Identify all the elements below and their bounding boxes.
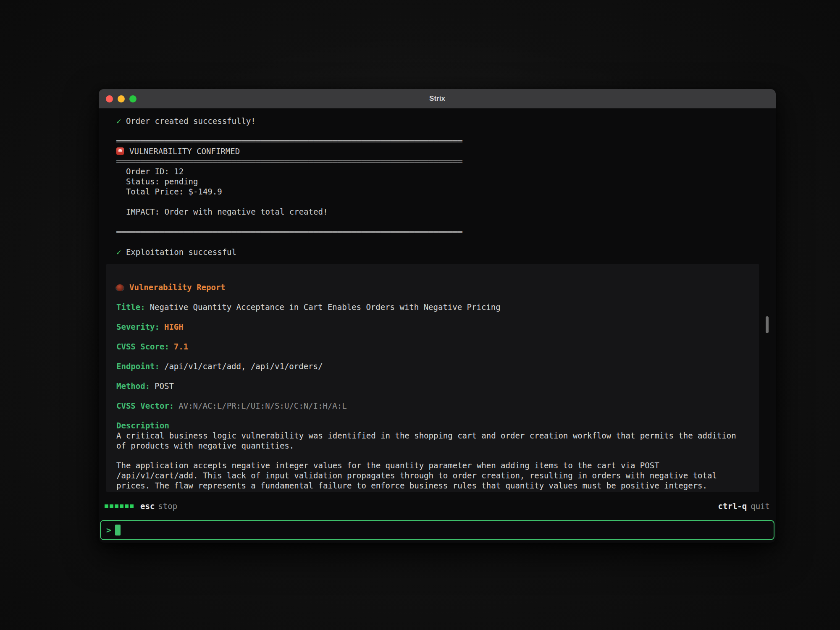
siren-icon: [116, 147, 124, 155]
command-input-area: >: [99, 520, 776, 543]
statusbar: esc stop ctrl-q quit: [99, 492, 776, 520]
blank-line: [106, 217, 765, 227]
vuln-confirmed-text: VULNERABILITY CONFIRMED: [129, 147, 240, 156]
report-row-cvss-score: CVSS Score:7.1: [116, 341, 746, 352]
log-total-price: Total Price: $-149.9: [106, 186, 765, 197]
blank-line: [106, 237, 765, 247]
minimize-button[interactable]: [118, 95, 125, 102]
report-row-severity: Severity:HIGH: [116, 322, 746, 332]
divider-line: ════════════════════════════════════════…: [106, 136, 765, 146]
blank-line: [106, 126, 765, 136]
title-value: Negative Quantity Acceptance in Cart Ena…: [150, 302, 501, 312]
log-exploitation-text: Exploitation successful: [121, 247, 236, 257]
vulnerability-report-panel: Vulnerability Report Title:Negative Quan…: [106, 264, 759, 492]
statusbar-left: esc stop: [105, 501, 177, 511]
window-title: Strix: [99, 89, 776, 108]
severity-value: HIGH: [164, 322, 184, 331]
endpoint-value: /api/v1/cart/add, /api/v1/orders/: [164, 362, 323, 371]
method-value: POST: [155, 381, 174, 391]
log-impact: IMPACT: Order with negative total create…: [106, 207, 765, 217]
zoom-button[interactable]: [129, 95, 136, 102]
report-row-endpoint: Endpoint:/api/v1/cart/add, /api/v1/order…: [116, 361, 746, 371]
cvss-score-label: CVSS Score:: [116, 342, 169, 351]
endpoint-label: Endpoint:: [116, 362, 160, 371]
command-input[interactable]: >: [100, 520, 774, 540]
check-icon: ✓: [116, 116, 121, 126]
divider-line: ════════════════════════════════════════…: [106, 227, 765, 237]
stop-hint-label: stop: [158, 501, 177, 511]
titlebar: Strix: [99, 89, 776, 108]
spinner-icon: [105, 504, 134, 508]
esc-key-hint: esc: [140, 501, 155, 511]
check-icon: ✓: [116, 247, 121, 257]
severity-label: Severity:: [116, 322, 160, 331]
strix-window: Strix ✓ Order created successfully! ════…: [99, 89, 776, 543]
prompt-icon: >: [106, 525, 111, 535]
report-heading-text: Vulnerability Report: [129, 283, 226, 292]
report-row-method: Method:POST: [116, 381, 746, 391]
close-button[interactable]: [106, 95, 113, 102]
text-cursor: [115, 525, 121, 536]
log-vuln-confirmed: VULNERABILITY CONFIRMED: [106, 146, 765, 156]
log-order-created-text: Order created successfully!: [121, 116, 255, 126]
report-heading: Vulnerability Report: [116, 282, 746, 292]
ctrl-q-key-hint: ctrl-q: [718, 501, 747, 511]
report-row-title: Title:Negative Quantity Acceptance in Ca…: [116, 302, 746, 312]
log-order-created: ✓ Order created successfully!: [106, 116, 765, 126]
log-exploitation: ✓ Exploitation successful: [106, 247, 765, 257]
cvss-vector-label: CVSS Vector:: [116, 401, 174, 410]
divider-line: ════════════════════════════════════════…: [106, 156, 765, 166]
quit-hint-label: quit: [751, 501, 770, 511]
scrollbar-thumb[interactable]: [766, 316, 769, 333]
cvss-score-value: 7.1: [174, 342, 188, 351]
description-heading: Description: [116, 420, 746, 430]
log-status: Status: pending: [106, 176, 765, 186]
bug-icon: [116, 284, 123, 291]
blank-line: [106, 197, 765, 207]
terminal-output: ✓ Order created successfully! ══════════…: [99, 108, 776, 492]
traffic-lights: [106, 89, 136, 108]
title-label: Title:: [116, 302, 145, 312]
description-paragraph-2: The application accepts negative integer…: [116, 460, 743, 491]
method-label: Method:: [116, 381, 150, 391]
log-order-id: Order ID: 12: [106, 166, 765, 176]
cvss-vector-value: AV:N/AC:L/PR:L/UI:N/S:U/C:N/I:H/A:L: [178, 401, 346, 410]
report-row-cvss-vector: CVSS Vector:AV:N/AC:L/PR:L/UI:N/S:U/C:N/…: [116, 401, 746, 411]
statusbar-right: ctrl-q quit: [718, 501, 770, 511]
description-paragraph-1: A critical business logic vulnerability …: [116, 430, 743, 451]
